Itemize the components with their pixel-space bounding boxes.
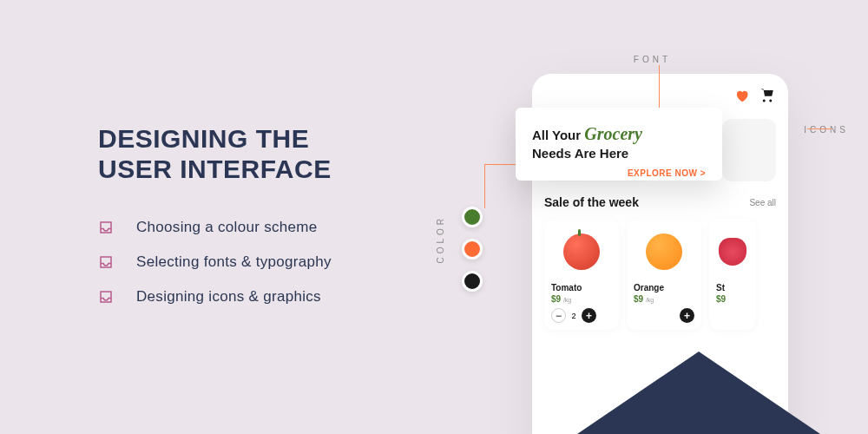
swatch-orange	[462, 239, 483, 260]
product-image	[551, 226, 612, 278]
color-swatches	[462, 207, 483, 292]
qty-value: 2	[570, 312, 577, 320]
product-price: $9 /kg	[551, 294, 612, 304]
plus-button[interactable]: +	[680, 308, 694, 323]
product-name: Orange	[634, 283, 694, 293]
quantity-stepper[interactable]: − 2 +	[551, 308, 612, 323]
connector-line	[484, 164, 485, 208]
cart-icon[interactable]	[760, 88, 775, 103]
promo-banner-2[interactable]	[722, 119, 776, 181]
heart-icon[interactable]	[734, 89, 749, 103]
bullet-label: Choosing a colour scheme	[136, 219, 317, 236]
inbox-icon	[98, 220, 114, 235]
minus-button[interactable]: −	[551, 308, 566, 323]
product-name: St	[716, 283, 749, 293]
callout-heading: All Your Grocery Needs Are Here	[532, 122, 706, 162]
explore-link[interactable]: EXPLORE NOW >	[532, 168, 706, 178]
product-image	[716, 226, 749, 278]
bullet-label: Selecting fonts & typography	[136, 253, 332, 271]
list-item: Choosing a colour scheme	[98, 219, 332, 236]
annotation-font: FONT	[634, 55, 671, 64]
product-card[interactable]: Orange $9 /kg +	[627, 219, 701, 330]
page-title: DESIGNING THE USER INTERFACE	[98, 124, 332, 184]
quantity-stepper[interactable]: +	[634, 308, 694, 323]
headline-callout: All Your Grocery Needs Are Here EXPLORE …	[516, 108, 722, 181]
product-image	[634, 226, 694, 278]
product-card[interactable]: Tomato $9 /kg − 2 +	[544, 219, 619, 330]
swatch-black	[462, 271, 483, 292]
annotation-color: COLOR	[436, 215, 445, 264]
connector-line	[807, 128, 832, 129]
list-item: Selecting fonts & typography	[98, 253, 332, 271]
list-item: Designing icons & graphics	[98, 288, 332, 306]
product-name: Tomato	[551, 283, 612, 293]
inbox-icon	[98, 289, 114, 305]
connector-line	[659, 65, 660, 108]
product-price: $9 /kg	[634, 294, 694, 304]
inbox-icon	[98, 254, 114, 270]
bullet-list: Choosing a colour scheme Selecting fonts…	[98, 219, 332, 306]
annotation-icons: ICONS	[804, 125, 849, 135]
section-title: Sale of the week	[544, 195, 639, 209]
see-all-link[interactable]: See all	[749, 198, 776, 207]
bullet-label: Designing icons & graphics	[136, 288, 321, 306]
plus-button[interactable]: +	[582, 308, 596, 323]
decorative-triangle	[577, 352, 820, 434]
product-card[interactable]: St $9	[709, 219, 756, 330]
product-price: $9	[716, 294, 749, 304]
swatch-green	[462, 207, 483, 227]
